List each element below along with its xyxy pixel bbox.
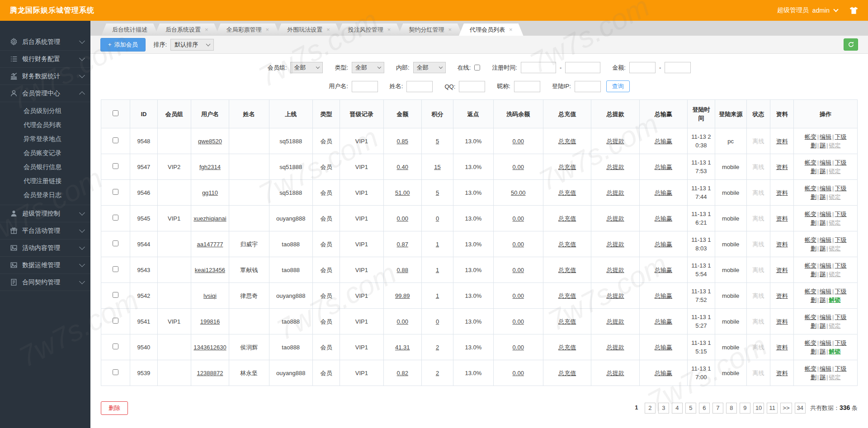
- op-lock-link[interactable]: 锁定: [829, 271, 841, 277]
- add-member-button[interactable]: + 添加会员: [100, 38, 146, 52]
- op-subordinate-link[interactable]: 下级: [835, 185, 847, 192]
- charge-link[interactable]: 总充值: [558, 189, 576, 196]
- op-lock-link[interactable]: 锁定: [829, 142, 841, 149]
- op-delete-link[interactable]: 删: [811, 168, 816, 174]
- wash-balance-link[interactable]: 0.00: [513, 318, 524, 325]
- amount-link[interactable]: 41.31: [395, 344, 410, 351]
- name-input[interactable]: [406, 81, 433, 92]
- points-link[interactable]: 2: [436, 370, 439, 376]
- profile-link[interactable]: 资料: [776, 370, 788, 376]
- row-checkbox[interactable]: [113, 318, 118, 324]
- refresh-button[interactable]: [844, 38, 858, 51]
- wash-balance-link[interactable]: 0.00: [513, 344, 524, 351]
- withdraw-link[interactable]: 总提款: [607, 267, 624, 273]
- points-link[interactable]: 15: [434, 164, 440, 170]
- withdraw-link[interactable]: 总提款: [607, 241, 624, 248]
- op-lock-link[interactable]: 锁定: [829, 219, 841, 226]
- op-change-link[interactable]: 帐变: [805, 365, 816, 372]
- wash-balance-link[interactable]: 0.00: [513, 292, 524, 299]
- sidebar-subitem[interactable]: 会员级别分组: [0, 104, 90, 118]
- profile-link[interactable]: 资料: [776, 318, 788, 325]
- withdraw-link[interactable]: 总提款: [607, 138, 624, 145]
- page-button[interactable]: 11: [767, 403, 778, 414]
- login-ip-input[interactable]: [575, 81, 601, 92]
- qq-input[interactable]: [459, 81, 485, 92]
- op-change-link[interactable]: 帐变: [805, 262, 816, 269]
- row-checkbox[interactable]: [113, 189, 118, 195]
- op-subordinate-link[interactable]: 下级: [835, 211, 847, 217]
- op-change-link[interactable]: 帐变: [805, 211, 816, 217]
- op-subordinate-link[interactable]: 下级: [835, 365, 847, 372]
- internal-select[interactable]: 全部: [413, 62, 446, 73]
- username-link[interactable]: aa147777: [197, 241, 223, 248]
- op-lock-link[interactable]: 锁定: [829, 322, 841, 329]
- op-kick-link[interactable]: 踢: [820, 168, 826, 174]
- amount-link[interactable]: 0.87: [397, 241, 408, 248]
- winlose-link[interactable]: 总输赢: [655, 215, 672, 222]
- op-kick-link[interactable]: 踢: [820, 219, 826, 226]
- winlose-link[interactable]: 总输赢: [655, 292, 672, 299]
- amount-link[interactable]: 0.82: [397, 370, 408, 376]
- points-link[interactable]: 5: [436, 138, 439, 145]
- tab-0[interactable]: 后台统计描述: [101, 24, 158, 36]
- username-link[interactable]: 1343612630: [193, 344, 226, 351]
- tab-close-icon[interactable]: ×: [266, 24, 269, 36]
- tab-2[interactable]: 全局彩票管理×: [216, 24, 280, 36]
- sidebar-item-3[interactable]: 会员管理中心: [0, 85, 90, 102]
- charge-link[interactable]: 总充值: [558, 241, 576, 248]
- op-change-link[interactable]: 帐变: [805, 339, 816, 346]
- username-link[interactable]: lvsiqi: [203, 292, 217, 299]
- wash-balance-link[interactable]: 0.00: [513, 164, 524, 170]
- op-delete-link[interactable]: 删: [811, 245, 816, 252]
- row-checkbox[interactable]: [113, 163, 118, 169]
- wash-balance-link[interactable]: 0.00: [513, 138, 524, 145]
- charge-link[interactable]: 总充值: [558, 164, 576, 170]
- op-edit-link[interactable]: 编辑: [820, 314, 831, 320]
- profile-link[interactable]: 资料: [776, 241, 788, 248]
- op-kick-link[interactable]: 踢: [820, 348, 826, 355]
- op-delete-link[interactable]: 删: [811, 322, 816, 329]
- profile-link[interactable]: 资料: [776, 344, 788, 351]
- sidebar-item-0[interactable]: 后台系统管理: [0, 33, 90, 51]
- op-kick-link[interactable]: 踢: [820, 322, 826, 329]
- regtime-to-input[interactable]: [565, 62, 600, 73]
- op-delete-link[interactable]: 删: [811, 348, 816, 355]
- charge-link[interactable]: 总充值: [558, 370, 576, 376]
- profile-link[interactable]: 资料: [776, 189, 788, 196]
- op-change-link[interactable]: 帐变: [805, 288, 816, 295]
- search-button[interactable]: 查询: [606, 80, 630, 92]
- op-change-link[interactable]: 帐变: [805, 185, 816, 192]
- op-edit-link[interactable]: 编辑: [820, 211, 831, 217]
- withdraw-link[interactable]: 总提款: [607, 344, 624, 351]
- amount-link[interactable]: 0.00: [397, 318, 408, 325]
- page-button[interactable]: 3: [658, 403, 669, 414]
- page-button[interactable]: 5: [685, 403, 696, 414]
- page-button[interactable]: 9: [740, 403, 750, 414]
- op-unlock-link[interactable]: 解锁: [829, 348, 841, 355]
- charge-link[interactable]: 总充值: [558, 267, 576, 273]
- op-subordinate-link[interactable]: 下级: [835, 262, 847, 269]
- op-kick-link[interactable]: 踢: [820, 271, 826, 277]
- sidebar-item-7[interactable]: 数据运维管理: [0, 257, 90, 274]
- page-button[interactable]: >>: [780, 403, 792, 414]
- wash-balance-link[interactable]: 50.00: [511, 189, 526, 196]
- row-checkbox[interactable]: [113, 215, 118, 221]
- winlose-link[interactable]: 总输赢: [655, 318, 672, 325]
- withdraw-link[interactable]: 总提款: [607, 164, 624, 170]
- page-button[interactable]: 6: [699, 403, 710, 414]
- profile-link[interactable]: 资料: [776, 138, 788, 145]
- page-button[interactable]: 7: [712, 403, 723, 414]
- op-edit-link[interactable]: 编辑: [820, 133, 831, 140]
- winlose-link[interactable]: 总输赢: [655, 138, 672, 145]
- page-button[interactable]: 34: [795, 403, 806, 414]
- withdraw-link[interactable]: 总提款: [607, 292, 624, 299]
- sidebar-subitem[interactable]: 代理注册链接: [0, 174, 90, 188]
- sidebar-item-2[interactable]: 财务数据统计: [0, 68, 90, 85]
- sidebar-subitem[interactable]: 会员账变记录: [0, 146, 90, 160]
- tab-close-icon[interactable]: ×: [509, 24, 513, 36]
- wash-balance-link[interactable]: 0.00: [513, 267, 524, 273]
- amount-link[interactable]: 0.00: [397, 215, 408, 222]
- op-lock-link[interactable]: 锁定: [829, 193, 841, 200]
- op-subordinate-link[interactable]: 下级: [835, 133, 847, 140]
- username-link[interactable]: xuezhiqianai: [193, 215, 226, 222]
